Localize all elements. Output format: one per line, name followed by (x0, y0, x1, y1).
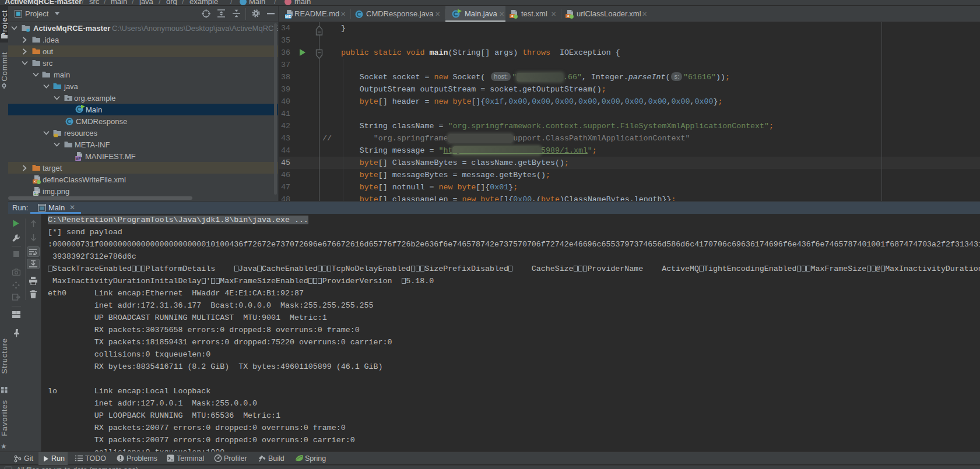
svg-text:MF: MF (75, 157, 80, 161)
svg-text:<: < (511, 14, 513, 19)
svg-text:<: < (567, 14, 569, 19)
svg-text:<: < (34, 179, 36, 184)
svg-text:MD: MD (285, 15, 291, 19)
